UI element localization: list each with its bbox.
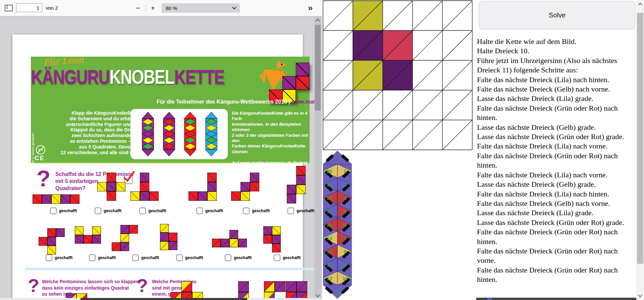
pentomino-cell [296, 175, 306, 185]
pentomino-cell [207, 173, 217, 182]
pentomino-cell [56, 228, 65, 237]
checkbox-icon [95, 207, 101, 214]
chain-number: 14 [327, 249, 332, 254]
scroll-up-icon[interactable] [638, 3, 642, 6]
pentomino-cell [207, 182, 217, 191]
chain-photo: 1202193184175166157148139121011 [323, 151, 352, 300]
chain-number: 1 [338, 156, 340, 162]
pdf-toolbar: von 2 − + 80 % » [0, 0, 322, 16]
toolbar-divider [146, 4, 146, 12]
zoom-in-button[interactable]: + [148, 3, 158, 13]
geschafft-label: geschafft [148, 208, 166, 213]
example-chain [142, 112, 154, 156]
chain-number: 9 [344, 262, 346, 268]
question-2-text: Welche Pentominos lassen sich so klappen… [42, 279, 140, 297]
grid-cell-diagonal [413, 120, 442, 150]
pentomino-cell [84, 235, 92, 244]
pentomino-cell [238, 281, 249, 292]
geschafft-label: geschafft [297, 208, 314, 213]
zoom-level-value: 80 % [166, 5, 177, 11]
chain-number: 2 [344, 168, 346, 174]
pdf-vertical-scrollbar[interactable] [314, 16, 321, 300]
sidebar-toggle-button[interactable] [3, 3, 14, 13]
chain-number: 5 [344, 208, 346, 214]
grid-cell-diagonal [323, 120, 353, 150]
instruction-line: Lasse das nächste Dreieck (Gelb) grade. [477, 123, 637, 132]
scrollbar-thumb[interactable] [315, 25, 321, 111]
scroll-down-icon[interactable] [638, 294, 642, 297]
grid-cell-diagonal [383, 1, 413, 31]
grid-cell-diagonal [353, 120, 383, 150]
pentomino-cell [33, 194, 42, 204]
geschafft-checkbox-item: geschafft [243, 207, 270, 214]
chain-number: 18 [327, 195, 332, 201]
geschafft-label: geschafft [59, 208, 77, 213]
checkbox-icon [196, 207, 203, 214]
page-number-input[interactable] [16, 3, 42, 12]
solve-button[interactable]: Solve [479, 1, 635, 29]
title-knobel: KNOBEL [109, 66, 174, 88]
instruction-line: Falte das nächste Dreieck (Gelb) nach vo… [477, 199, 637, 208]
instruction-line: Lasse das nächste Dreieck (Lila) grade. [477, 94, 637, 103]
pentomino-cell [272, 244, 281, 252]
geschafft-label: geschafft [55, 255, 72, 260]
checkbox-icon [225, 254, 231, 261]
scrollbar-thumb[interactable] [637, 13, 643, 264]
geschafft-label: geschafft [98, 255, 116, 260]
chain-number: 20 [327, 168, 332, 174]
section-separator-band [25, 268, 314, 270]
pentomino-cell [160, 233, 169, 241]
pentomino-cell [231, 191, 240, 201]
pentomino-cell [120, 225, 129, 234]
pentomino-cell [212, 239, 221, 247]
scroll-down-icon[interactable] [316, 294, 320, 297]
toolbar-expand-chevrons[interactable]: » [308, 3, 312, 13]
logo-square [296, 63, 309, 76]
grid-cell-diagonal [413, 31, 442, 60]
subtitle-separator: | [287, 99, 291, 105]
instruction-line: Falte das nächste Dreieck (Lila) nach hi… [477, 189, 637, 199]
geschafft-checkbox-item: geschafft [50, 207, 77, 214]
pentomino-cell [272, 226, 281, 235]
checkbox-icon [176, 254, 183, 261]
pentomino-cell [107, 173, 116, 182]
pdf-horizontal-scrollbar[interactable] [0, 298, 322, 300]
pentomino-cell [263, 226, 272, 235]
zoom-out-button[interactable]: − [133, 3, 143, 13]
pentomino-cell [92, 226, 101, 235]
pentomino-cell [229, 239, 238, 247]
right-horizontal-scrollbar[interactable] [476, 298, 636, 300]
geschafft-label: geschafft [205, 208, 223, 213]
pentomino-cell [75, 235, 84, 244]
pentomino-cell [189, 191, 198, 201]
page-count-label: von 2 [46, 5, 58, 11]
pentomino-cell [169, 241, 177, 250]
checkbox-icon [132, 254, 139, 261]
pentomino-cell [107, 182, 116, 191]
pdf-content-area[interactable]: Für Leon KÄNGURUKNOBELKETTE Für die Teil… [0, 16, 314, 300]
right-vertical-scrollbar[interactable] [636, 0, 644, 300]
ce-mark: CE [35, 155, 45, 162]
geschafft-label: geschafft [234, 255, 252, 260]
triangle-grid [323, 0, 473, 152]
pentomino-cell [286, 281, 297, 292]
geschafft-checkbox-item: geschafft [196, 207, 223, 214]
checkbox-icon [243, 207, 250, 214]
pentomino-cell [296, 185, 306, 194]
instruction-line: Lasse das nächste Dreieck (Grün oder Rot… [477, 218, 637, 227]
instruction-line: Halte die Kette wie auf dem Bild. [477, 37, 637, 46]
grid-cell-diagonal [442, 31, 472, 60]
title-kette: KETTE [174, 66, 224, 88]
question-mark-icon: ? [137, 275, 148, 296]
instruction-line: Falte das nächste Dreieck (Grün oder Rot… [477, 265, 637, 285]
scroll-up-icon[interactable] [316, 19, 320, 22]
pentomino-cell [238, 239, 247, 247]
instruction-line: Lasse das nächste Dreieck (Lila) grade. [477, 208, 637, 218]
scrollbar-thumb[interactable] [80, 298, 247, 300]
instruction-line: Falte das nächste Dreieck (Gelb) nach vo… [477, 84, 637, 94]
chevron-down-icon [232, 7, 236, 9]
pentomino-cell [250, 182, 259, 191]
pentomino-cell [107, 191, 116, 201]
zoom-level-select[interactable]: 80 % [162, 3, 240, 13]
chain-number: 7 [344, 235, 346, 241]
